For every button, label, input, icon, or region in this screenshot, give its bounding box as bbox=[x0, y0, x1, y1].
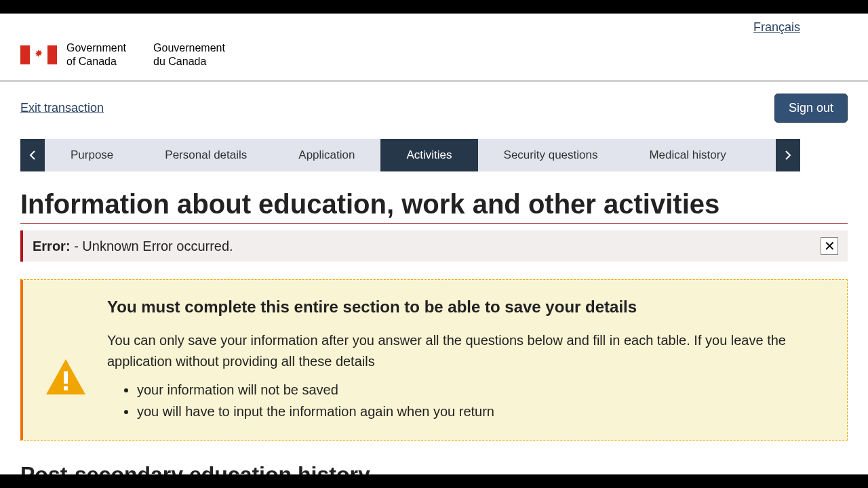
tab-family-information[interactable]: Family information bbox=[752, 139, 776, 171]
gov-en-line1: Government bbox=[66, 41, 126, 55]
tab-activities[interactable]: Activities bbox=[380, 139, 477, 171]
warning-box: You must complete this entire section to… bbox=[20, 279, 848, 441]
tab-application[interactable]: Application bbox=[273, 139, 380, 171]
error-close-button[interactable]: ✕ bbox=[821, 237, 838, 255]
tabs-scroll-left-button[interactable] bbox=[20, 139, 45, 171]
page-title: Information about education, work and ot… bbox=[20, 189, 848, 219]
government-logo-block: Government of Canada Gouvernement du Can… bbox=[0, 35, 868, 81]
tab-security-questions[interactable]: Security questions bbox=[478, 139, 624, 171]
chevron-right-icon bbox=[785, 150, 791, 161]
warning-paragraph: You can only save your information after… bbox=[107, 330, 827, 372]
close-icon: ✕ bbox=[824, 239, 835, 253]
gov-en-line2: of Canada bbox=[66, 55, 126, 68]
exit-transaction-link[interactable]: Exit transaction bbox=[20, 101, 104, 115]
language-toggle-link[interactable]: Français bbox=[753, 20, 800, 35]
canada-flag-icon bbox=[20, 45, 57, 64]
tab-purpose[interactable]: Purpose bbox=[45, 139, 139, 171]
tabs-scroll-right-button[interactable] bbox=[776, 139, 800, 171]
error-message: - Unknown Error occurred. bbox=[71, 239, 233, 253]
tab-personal-details[interactable]: Personal details bbox=[139, 139, 273, 171]
svg-rect-0 bbox=[64, 371, 68, 384]
chevron-left-icon bbox=[29, 150, 36, 161]
warning-heading: You must complete this entire section to… bbox=[107, 298, 827, 317]
gov-fr-line2: du Canada bbox=[153, 55, 225, 68]
gov-fr-line1: Gouvernement bbox=[153, 41, 225, 55]
title-underline bbox=[20, 223, 848, 224]
tabs-nav: PurposePersonal detailsApplicationActivi… bbox=[20, 139, 800, 171]
warning-bullet: your information will not be saved bbox=[137, 379, 827, 401]
svg-rect-1 bbox=[64, 386, 68, 390]
tab-medical-history[interactable]: Medical history bbox=[623, 139, 751, 171]
sign-out-button[interactable]: Sign out bbox=[774, 94, 848, 123]
warning-icon bbox=[43, 298, 88, 422]
section-heading-education-history: Post-secondary education history bbox=[20, 462, 848, 474]
error-banner: Error: - Unknown Error occurred. ✕ bbox=[20, 230, 848, 262]
warning-bullet: you will have to input the information a… bbox=[137, 401, 827, 422]
error-prefix: Error: bbox=[33, 239, 71, 253]
